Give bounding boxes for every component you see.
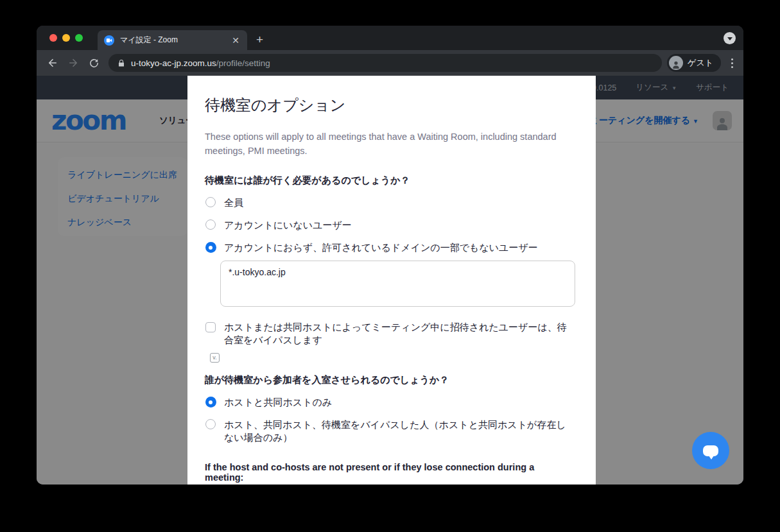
address-bar[interactable]: u-tokyo-ac-jp.zoom.us/profile/setting — [108, 54, 662, 72]
zoom-favicon-icon — [104, 35, 114, 46]
lock-icon — [117, 59, 125, 67]
chat-icon — [703, 445, 718, 456]
waiting-room-options-dialog: 待機室のオプション These options will apply to al… — [187, 76, 596, 485]
page-viewport: 88.799.0125 リソース▼ サポート zoom ソリューション ミーティ… — [37, 76, 743, 485]
tab-strip: マイ設定 - Zoom ✕ + — [37, 26, 743, 50]
question3-heading: If the host and co-hosts are not present… — [205, 462, 575, 483]
browser-window: マイ設定 - Zoom ✕ + u-tokyo-ac-jp.zoom.us/pr… — [37, 26, 743, 485]
chevron-down-icon — [727, 37, 732, 40]
fullscreen-window-button[interactable] — [75, 34, 83, 42]
new-tab-button[interactable]: + — [256, 33, 263, 47]
window-controls — [49, 34, 83, 42]
radio-selected-icon[interactable] — [205, 397, 216, 408]
profile-avatar-icon — [669, 56, 683, 70]
minimize-window-button[interactable] — [62, 34, 70, 42]
back-button[interactable] — [44, 55, 61, 71]
radio-selected-icon[interactable] — [205, 242, 216, 253]
radio-icon[interactable] — [205, 197, 216, 207]
url-path: /profile/setting — [216, 58, 270, 68]
radio-option-host-cohosts-bypassers[interactable]: ホスト、共同ホスト、待機室をバイパスした人（ホストと共同ホストが存在しない場合の… — [205, 418, 575, 444]
checkbox-bypass-waiting-room[interactable]: ホストまたは共同ホストによってミーティング中に招待されたユーザーは、待合室をバイ… — [205, 321, 575, 347]
close-window-button[interactable] — [49, 34, 57, 42]
tab-title: マイ設定 - Zoom — [120, 35, 229, 46]
tab-search-button[interactable] — [724, 32, 736, 44]
dialog-description: These options will apply to all meetings… — [205, 130, 566, 158]
question2-heading: 誰が待機室から参加者を入室させられるのでしょうか？ — [205, 374, 575, 386]
forward-button[interactable] — [65, 55, 82, 71]
url-host: u-tokyo-ac-jp.zoom.us — [131, 58, 216, 68]
radio-option-users-not-in-account[interactable]: アカウントにいないユーザー — [205, 219, 575, 232]
close-tab-icon[interactable]: ✕ — [229, 35, 242, 46]
reload-button[interactable] — [85, 55, 102, 71]
radio-icon[interactable] — [205, 419, 216, 429]
browser-toolbar: u-tokyo-ac-jp.zoom.us/profile/setting ゲス… — [37, 50, 743, 76]
dialog-title: 待機室のオプション — [205, 95, 575, 116]
url-text: u-tokyo-ac-jp.zoom.us/profile/setting — [131, 58, 270, 68]
profile-button[interactable]: ゲスト — [667, 54, 721, 72]
radio-option-everyone[interactable]: 全員 — [205, 196, 575, 209]
broken-image-badge: v. — [210, 353, 220, 363]
allowed-domains-input[interactable]: *.u-tokyo.ac.jp — [220, 261, 575, 307]
radio-icon[interactable] — [205, 219, 216, 230]
checkbox-icon[interactable] — [205, 322, 216, 332]
guest-label: ゲスト — [688, 57, 713, 69]
chat-support-button[interactable] — [692, 432, 729, 469]
browser-tab[interactable]: マイ設定 - Zoom ✕ — [98, 30, 247, 50]
browser-menu-button[interactable] — [727, 56, 737, 71]
question1-heading: 待機室には誰が行く必要があるのでしょうか？ — [205, 175, 575, 187]
radio-option-users-not-in-allowed-domains[interactable]: アカウントにおらず、許可されているドメインの一部でもないユーザー — [205, 241, 575, 254]
radio-option-host-cohosts-only[interactable]: ホストと共同ホストのみ — [205, 396, 575, 409]
